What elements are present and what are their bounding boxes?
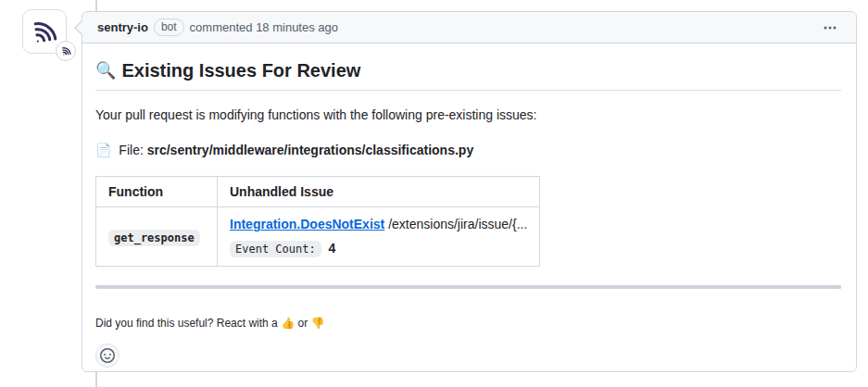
feedback-prompt-text: Did you find this useful? React with a xyxy=(95,317,278,330)
thumbs-down-icon: 👎 xyxy=(310,317,324,330)
file-path: src/sentry/middleware/integrations/class… xyxy=(147,143,473,157)
bot-badge: bot xyxy=(154,19,184,36)
or-word: or xyxy=(297,317,308,330)
table-row: get_response Integration.DoesNotExist /e… xyxy=(96,207,540,267)
comment-body: 🔍 Existing Issues For Review Your pull r… xyxy=(82,44,856,375)
smiley-icon xyxy=(100,348,115,363)
issue-link[interactable]: Integration.DoesNotExist xyxy=(230,217,384,231)
bot-badge-avatar xyxy=(56,41,76,61)
table-header-row: Function Unhandled Issue xyxy=(96,177,540,207)
add-reaction-button[interactable] xyxy=(95,343,120,368)
issue-path: /extensions/jira/issue/{... xyxy=(388,217,527,231)
function-cell: get_response xyxy=(96,207,218,267)
issues-table: Function Unhandled Issue get_response In… xyxy=(95,176,540,267)
comment-card: sentry-io bot commented 18 minutes ago 🔍… xyxy=(82,11,857,372)
feedback-prompt: Did you find this useful? React with a 👍… xyxy=(95,317,841,331)
event-count-label-code: Event Count: xyxy=(230,241,321,257)
issue-column-header: Unhandled Issue xyxy=(218,177,540,207)
comment-timestamp[interactable]: commented 18 minutes ago xyxy=(190,20,338,34)
issue-title-line: Integration.DoesNotExist /extensions/jir… xyxy=(230,215,527,234)
file-line: 📄 File: src/sentry/middleware/integratio… xyxy=(95,141,841,160)
event-count-line: Event Count: 4 xyxy=(230,239,527,258)
magnifying-glass-icon: 🔍 xyxy=(95,58,116,82)
kebab-menu-button[interactable] xyxy=(819,19,841,37)
sentry-io-avatar[interactable] xyxy=(22,9,67,54)
comment-header: sentry-io bot commented 18 minutes ago xyxy=(82,12,856,44)
divider xyxy=(95,285,841,289)
issue-cell: Integration.DoesNotExist /extensions/jir… xyxy=(218,207,540,267)
page-icon: 📄 xyxy=(95,143,111,157)
event-count-value: 4 xyxy=(329,241,336,256)
kebab-icon xyxy=(823,20,837,35)
function-name-code: get_response xyxy=(108,230,200,246)
author-link[interactable]: sentry-io xyxy=(97,20,148,34)
intro-text: Your pull request is modifying functions… xyxy=(95,106,841,125)
comment-title: 🔍 Existing Issues For Review xyxy=(95,58,841,91)
thumbs-up-icon: 👍 xyxy=(281,317,295,330)
function-column-header: Function xyxy=(96,177,218,207)
file-label: File: xyxy=(119,143,143,157)
timeline-line-top xyxy=(95,0,97,11)
comment-title-text: Existing Issues For Review xyxy=(121,58,360,82)
